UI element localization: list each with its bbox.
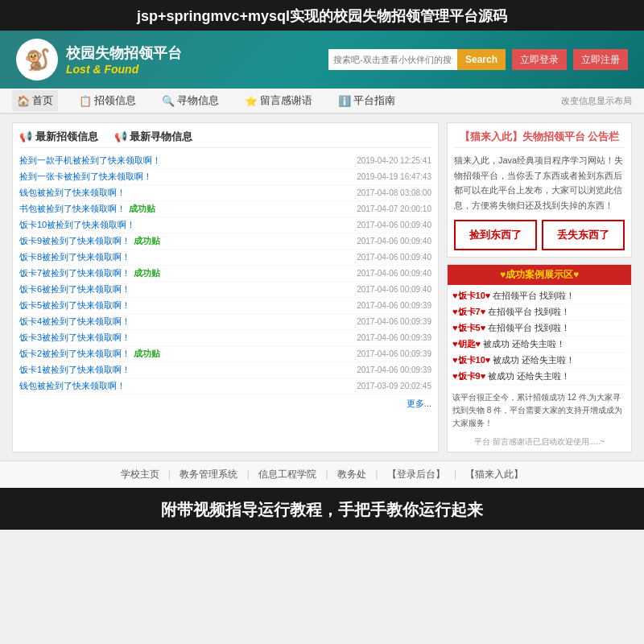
register-button[interactable]: 立即注册 (573, 49, 628, 70)
news-item-text[interactable]: 饭卡7被捡到了快来领取啊！成功贴 (19, 267, 352, 279)
footer-link[interactable]: 教务处 (337, 469, 366, 480)
nav-label-home: 首页 (32, 93, 53, 108)
news-item-text[interactable]: 饭卡4被捡到了快来领取啊！ (19, 316, 352, 328)
success-zone-header: ♥成功案例展示区♥ (448, 265, 631, 285)
badge: 成功贴 (134, 236, 160, 246)
nav-item-xunwu[interactable]: 🔍 寻物信息 (157, 90, 224, 111)
announce-box: 【猫来入此】失物招领平台 公告栏 猫来入此，Java经典项目程序学习网站！失物招… (447, 122, 632, 258)
news-item-time: 2017-04-06 00:09:39 (357, 333, 431, 342)
top-banner-text: jsp+springmvc+mysql实现的校园失物招领管理平台源码 (137, 8, 507, 24)
news-item-text[interactable]: 饭卡1被捡到了快来领取啊！ (19, 364, 352, 376)
main-content: 📢 最新招领信息 📢 最新寻物信息 捡到一款手机被捡到了快来领取啊！ 2019-… (0, 114, 644, 460)
footer-link[interactable]: 【登录后台】 (387, 469, 445, 480)
logo-icon: 🐒 (16, 39, 58, 80)
news-item-text[interactable]: 捡到一款手机被捡到了快来领取啊！ (19, 155, 352, 167)
success-bottom-text: 平台 留言感谢语已启动欢迎使用.....~ (448, 433, 631, 451)
footer-separator: | (166, 469, 174, 480)
logo-en-text: Lost & Found (66, 63, 182, 76)
news-item-time: 2017-04-06 00:09:40 (357, 269, 431, 278)
nav-item-liuyan[interactable]: ⭐ 留言感谢语 (240, 90, 317, 111)
news-item-time: 2017-04-06 00:09:39 (357, 301, 431, 310)
announce-content: 猫来入此，Java经典项目程序学习网站！失物招领平台，当你丢了东西或者捡到东西后… (454, 153, 625, 213)
nav-item-zhaoling[interactable]: 📋 招领信息 (74, 90, 141, 111)
info-icon: ℹ️ (338, 95, 351, 107)
nav-label-zhaoling: 招领信息 (94, 93, 136, 108)
news-item-text[interactable]: 钱包被捡到了快来领取啊！ (19, 380, 352, 392)
right-panel: 【猫来入此】失物招领平台 公告栏 猫来入此，Java经典项目程序学习网站！失物招… (447, 122, 632, 452)
action-buttons: 捡到东西了 丢失东西了 (454, 220, 625, 250)
news-item-time: 2017-04-08 03:08:00 (357, 188, 431, 197)
announce-title: 【猫来入此】失物招领平台 公告栏 (454, 130, 625, 148)
badge: 成功贴 (134, 349, 160, 358)
success-zone: ♥成功案例展示区♥ ♥饭卡10♥ 在招领平台 找到啦！♥饭卡7♥ 在招领平台 找… (447, 264, 632, 452)
search-button[interactable]: Search (457, 49, 506, 70)
list-item: 饭卡7被捡到了快来领取啊！成功贴 2017-04-06 00:09:40 (19, 266, 431, 282)
news-item-text[interactable]: 钱包被捡到了快来领取啊！ (19, 187, 352, 199)
nav-layout-toggle[interactable]: 改变信息显示布局 (561, 95, 632, 107)
news-list: 捡到一款手机被捡到了快来领取啊！ 2019-04-20 12:25:41 捡到一… (19, 153, 431, 394)
list-item: 饭卡8被捡到了快来领取啊！ 2017-04-06 00:09:40 (19, 250, 431, 266)
more-link[interactable]: 更多... (19, 398, 431, 410)
news-item-time: 2017-04-07 20:00:10 (357, 204, 431, 213)
list-item: 饭卡5被捡到了快来领取啊！ 2017-04-06 00:09:39 (19, 298, 431, 314)
news-item-text[interactable]: 饭卡5被捡到了快来领取啊！ (19, 299, 352, 312)
news-item-time: 2017-04-06 00:09:40 (357, 285, 431, 294)
star-icon: ⭐ (245, 95, 258, 107)
list-item: 饭卡2被捡到了快来领取啊！成功贴 2017-04-06 00:09:39 (19, 346, 431, 362)
clipboard-icon: 📋 (79, 95, 92, 107)
footer-separator: | (323, 469, 331, 480)
tab-zhaoling-label: 📢 最新招领信息 (19, 130, 98, 144)
success-item: ♥饭卡5♥ 在招领平台 找到啦！ (452, 320, 626, 336)
search-input[interactable] (328, 49, 457, 70)
badge: 成功贴 (134, 268, 160, 278)
success-item: ♥饭卡9♥ 被成功 还给失主啦！ (452, 369, 626, 385)
footer: 学校主页 | 教务管理系统 | 信息工程学院 | 教务处 | 【登录后台】 | … (0, 460, 644, 488)
success-footer-text: 该平台很正全今，累计招领成功 12 件,为大家寻找到失物 8 件，平台需要大家的… (448, 388, 631, 433)
footer-link[interactable]: 信息工程学院 (258, 469, 316, 480)
news-item-text[interactable]: 捡到一张卡被捡到了快来领取啊！ (19, 171, 352, 183)
search-box: Search (328, 49, 506, 70)
news-item-text[interactable]: 饭卡2被捡到了快来领取啊！成功贴 (19, 348, 352, 360)
list-item: 捡到一款手机被捡到了快来领取啊！ 2019-04-20 12:25:41 (19, 153, 431, 169)
login-button[interactable]: 立即登录 (512, 49, 567, 70)
found-button[interactable]: 捡到东西了 (454, 220, 537, 250)
news-item-time: 2017-04-06 00:09:40 (357, 221, 431, 229)
footer-separator: | (373, 469, 381, 480)
logo-text: 校园失物招领平台 Lost & Found (66, 43, 182, 76)
nav-item-home[interactable]: 🏠 首页 (12, 90, 58, 111)
news-item-text[interactable]: 饭卡3被捡到了快来领取啊！ (19, 332, 352, 344)
header-right: Search 立即登录 立即注册 (328, 49, 628, 70)
news-item-time: 2019-04-19 16:47:43 (357, 172, 431, 181)
news-item-text[interactable]: 饭卡9被捡到了快来领取啊！成功贴 (19, 235, 352, 247)
list-item: 饭卡4被捡到了快来领取啊！ 2017-04-06 00:09:39 (19, 314, 431, 330)
list-item: 饭卡6被捡到了快来领取啊！ 2017-04-06 00:09:40 (19, 282, 431, 298)
footer-link[interactable]: 教务管理系统 (180, 469, 237, 480)
success-item: ♥饭卡10♥ 被成功 还给失主啦！ (452, 353, 626, 369)
news-item-text[interactable]: 饭卡8被捡到了快来领取啊！ (19, 251, 352, 263)
tab-zhaoling[interactable]: 📢 最新招领信息 (19, 130, 98, 144)
nav-item-pingtai[interactable]: ℹ️ 平台指南 (333, 90, 400, 111)
tab-xunwu[interactable]: 📢 最新寻物信息 (114, 130, 193, 144)
footer-link[interactable]: 【猫来入此】 (465, 469, 523, 480)
header: 🐒 校园失物招领平台 Lost & Found Search 立即登录 立即注册 (0, 31, 644, 89)
news-item-time: 2017-04-06 00:09:39 (357, 365, 431, 374)
news-item-text[interactable]: 饭卡6被捡到了快来领取啊！ (19, 283, 352, 295)
list-item: 钱包被捡到了快来领取啊！ 2017-04-08 03:08:00 (19, 185, 431, 201)
left-panel: 📢 最新招领信息 📢 最新寻物信息 捡到一款手机被捡到了快来领取啊！ 2019-… (12, 122, 439, 452)
success-item: ♥饭卡7♥ 在招领平台 找到啦！ (452, 304, 626, 320)
footer-link[interactable]: 学校主页 (121, 469, 159, 480)
nav-label-xunwu: 寻物信息 (177, 93, 219, 108)
list-item: 饭卡10被捡到了快来领取啊！ 2017-04-06 00:09:40 (19, 217, 431, 233)
news-item-time: 2017-03-09 20:02:45 (357, 382, 431, 390)
announce-text: 猫来入此，Java经典项目程序学习网站！失物招领平台，当你丢了东西或者捡到东西后… (454, 155, 623, 210)
success-item: ♥饭卡10♥ 在招领平台 找到啦！ (452, 288, 626, 304)
news-item-text[interactable]: 书包被捡到了快来领取啊！成功贴 (19, 203, 352, 215)
footer-links: 学校主页 | 教务管理系统 | 信息工程学院 | 教务处 | 【登录后台】 | … (114, 469, 530, 480)
news-item-text[interactable]: 饭卡10被捡到了快来领取啊！ (19, 219, 352, 231)
list-item: 饭卡1被捡到了快来领取啊！ 2017-04-06 00:09:39 (19, 362, 431, 378)
news-item-time: 2017-04-06 00:09:39 (357, 317, 431, 326)
lost-button[interactable]: 丢失东西了 (542, 220, 625, 250)
nav-label-pingtai: 平台指南 (353, 93, 395, 108)
success-item: ♥钥匙♥ 被成功 还给失主啦！ (452, 336, 626, 353)
news-item-time: 2019-04-20 12:25:41 (357, 156, 431, 165)
